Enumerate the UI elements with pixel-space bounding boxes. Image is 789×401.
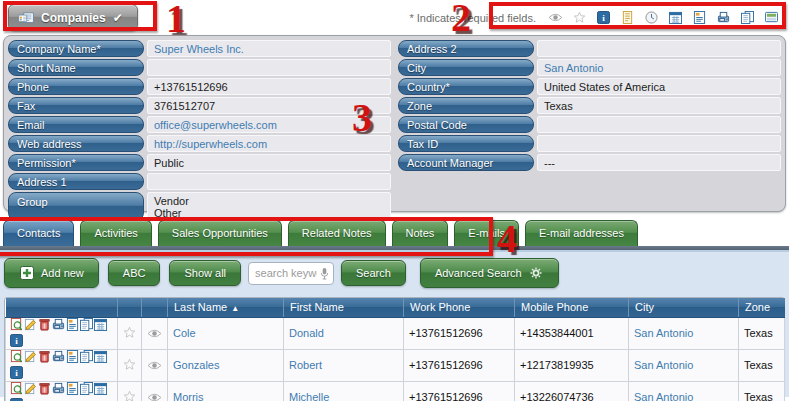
first-name-cell[interactable]: Donald — [284, 317, 404, 349]
favorite-cell — [118, 317, 142, 349]
top-bar: Companies ✔ * Indicates required fields.… — [0, 0, 789, 35]
mobile-phone-cell: +13226074736 — [515, 381, 629, 401]
field-label: Group — [8, 192, 144, 221]
last-name-cell[interactable]: Gonzales — [168, 349, 284, 381]
star-icon[interactable] — [571, 10, 587, 26]
fax-icon[interactable] — [51, 350, 65, 364]
eye-icon[interactable] — [147, 325, 163, 341]
preview-icon[interactable] — [9, 382, 23, 396]
first-name-cell[interactable]: Michelle — [284, 381, 404, 401]
copy-icon[interactable] — [79, 350, 93, 364]
column-header-work-phone[interactable]: Work Phone — [404, 298, 515, 317]
field-label: Fax — [8, 97, 144, 114]
search-button[interactable]: Search — [341, 260, 406, 286]
calendar-icon[interactable] — [93, 318, 107, 332]
field-value — [537, 135, 781, 152]
companies-icon — [18, 10, 34, 26]
eye-icon[interactable] — [547, 10, 563, 26]
favorite-cell — [118, 349, 142, 381]
monitor-icon[interactable] — [763, 10, 779, 26]
preview-icon[interactable] — [9, 350, 23, 364]
field-label: Zone — [398, 97, 534, 114]
notes-icon[interactable] — [619, 10, 635, 26]
column-header-empty — [6, 298, 118, 317]
fax-icon[interactable] — [715, 10, 731, 26]
form-icon[interactable] — [691, 10, 707, 26]
field-label: Address 2 — [398, 40, 534, 57]
field-value — [537, 116, 781, 133]
tab-contacts[interactable]: Contacts — [3, 220, 74, 246]
first-name-cell[interactable]: Robert — [284, 349, 404, 381]
copy-icon[interactable] — [79, 382, 93, 396]
tab-e-mail-addresses[interactable]: E-mail addresses — [525, 220, 638, 246]
row-action-icons: i — [6, 349, 118, 381]
field-value: United States of America — [537, 78, 781, 95]
form-field: Postal Code — [398, 116, 781, 133]
info-icon[interactable]: i — [9, 365, 23, 379]
copy-icon[interactable] — [79, 318, 93, 332]
field-value[interactable]: office@superwheels.com — [147, 116, 391, 133]
tab-related-notes[interactable]: Related Notes — [288, 220, 386, 246]
form-field: ZoneTexas — [398, 97, 781, 114]
form-icon[interactable] — [65, 382, 79, 396]
edit-icon[interactable] — [23, 350, 37, 364]
fax-icon[interactable] — [51, 382, 65, 396]
abc-filter-button[interactable]: ABC — [108, 260, 161, 286]
show-all-label: Show all — [184, 267, 226, 279]
tab-activities[interactable]: Activities — [80, 220, 151, 246]
field-label: Tax ID — [398, 135, 534, 152]
star-icon[interactable] — [122, 325, 138, 341]
city-cell[interactable]: San Antonio — [629, 317, 739, 349]
form-field: CitySan Antonio — [398, 59, 781, 76]
add-new-button[interactable]: Add new — [4, 258, 99, 288]
delete-icon[interactable] — [37, 350, 51, 364]
calendar-icon[interactable] — [93, 382, 107, 396]
last-name-cell[interactable]: Cole — [168, 317, 284, 349]
form-field: Address 1 — [8, 173, 391, 190]
field-value[interactable]: http://superwheels.com — [147, 135, 391, 152]
calendar-icon[interactable] — [93, 350, 107, 364]
field-value: Texas — [537, 97, 781, 114]
column-header-city[interactable]: City — [629, 298, 739, 317]
form-icon[interactable] — [65, 318, 79, 332]
column-header-mobile-phone[interactable]: Mobile Phone — [515, 298, 629, 317]
star-icon[interactable] — [122, 357, 138, 373]
calendar-icon[interactable] — [667, 10, 683, 26]
star-icon[interactable] — [122, 389, 138, 401]
preview-icon[interactable] — [9, 318, 23, 332]
favorite-cell — [118, 381, 142, 401]
delete-icon[interactable] — [37, 318, 51, 332]
form-icon[interactable] — [65, 350, 79, 364]
eye-icon[interactable] — [147, 389, 163, 401]
sort-asc-icon: ▲ — [231, 304, 239, 313]
city-cell[interactable]: San Antonio — [629, 381, 739, 401]
edit-icon[interactable] — [23, 382, 37, 396]
delete-icon[interactable] — [37, 382, 51, 396]
form-field: Country*United States of America — [398, 78, 781, 95]
clock-icon[interactable] — [643, 10, 659, 26]
column-header-last-name[interactable]: Last Name▲ — [168, 298, 284, 317]
copy-icon[interactable] — [739, 10, 755, 26]
companies-menu-button[interactable]: Companies ✔ — [8, 4, 138, 31]
tab-e-mails[interactable]: E-mails — [454, 220, 519, 246]
column-header-first-name[interactable]: First Name — [284, 298, 404, 317]
info-icon[interactable]: i — [9, 397, 23, 401]
column-header-zone[interactable]: Zone — [739, 298, 785, 317]
tab-notes[interactable]: Notes — [392, 220, 449, 246]
advanced-search-button[interactable]: Advanced Search — [420, 258, 559, 288]
info-icon[interactable]: i — [595, 10, 611, 26]
show-all-button[interactable]: Show all — [169, 260, 241, 286]
eye-icon[interactable] — [147, 357, 163, 373]
tab-sales-opportunities[interactable]: Sales Opportunities — [158, 220, 282, 246]
field-value[interactable]: Super Wheels Inc. — [147, 40, 391, 57]
field-value[interactable]: San Antonio — [537, 59, 781, 76]
fax-icon[interactable] — [51, 318, 65, 332]
city-cell[interactable]: San Antonio — [629, 349, 739, 381]
field-value: +13761512696 — [147, 78, 391, 95]
last-name-cell[interactable]: Morris — [168, 381, 284, 401]
edit-icon[interactable] — [23, 318, 37, 332]
form-field: Short Name — [8, 59, 391, 76]
info-icon[interactable]: i — [9, 333, 23, 347]
microphone-icon[interactable] — [319, 267, 331, 281]
form-field: Address 2 — [398, 40, 781, 57]
